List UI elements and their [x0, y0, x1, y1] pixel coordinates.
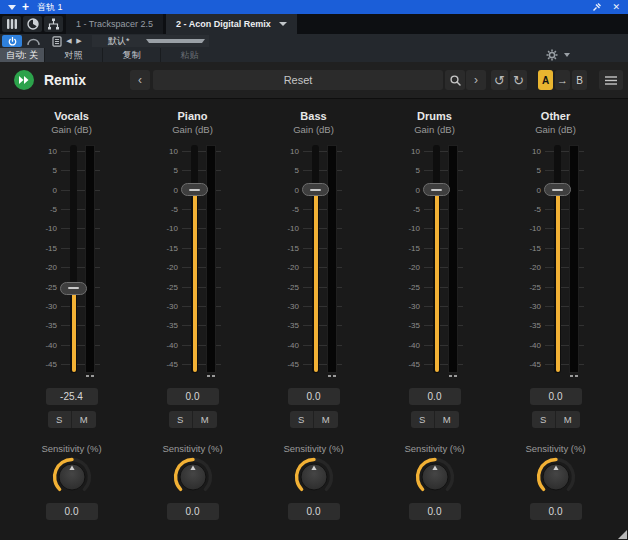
bypass-curve-icon[interactable] — [24, 35, 42, 47]
window-titlebar: + 音轨 1 ✕ — [0, 0, 628, 14]
knob-icon — [412, 457, 458, 499]
sensitivity-knob[interactable] — [253, 457, 374, 499]
pie-meter-icon[interactable] — [23, 16, 42, 32]
tab-trackspacer-label: 1 - Trackspacer 2.5 — [76, 19, 153, 29]
mute-button[interactable]: M — [314, 411, 338, 428]
sensitivity-label: Sensitivity (%) — [253, 443, 374, 455]
settings-button[interactable] — [546, 49, 570, 61]
preset-caret-icon — [146, 39, 206, 43]
copy-a-to-b-button[interactable]: → — [555, 70, 570, 90]
preset-selector[interactable]: 默认* — [92, 35, 209, 47]
preset-back-button[interactable]: ‹ — [130, 70, 150, 90]
gain-value-box[interactable]: 0.0 — [409, 388, 461, 405]
preset-forward-button[interactable]: › — [466, 70, 486, 90]
solo-button[interactable]: S — [48, 411, 73, 428]
sensitivity-value-box[interactable]: 0.0 — [409, 503, 461, 520]
menu-button[interactable] — [599, 70, 623, 90]
channel-name: Drums — [374, 110, 495, 124]
copy-button[interactable]: 复制 — [102, 48, 160, 62]
fader-handle[interactable] — [181, 183, 208, 196]
preset-search-button[interactable] — [445, 70, 465, 90]
gain-label: Gain (dB) — [11, 124, 132, 136]
fader-handle[interactable] — [302, 183, 329, 196]
sensitivity-knob[interactable] — [495, 457, 616, 499]
solo-mute-group: S M — [290, 411, 338, 428]
sensitivity-value-box[interactable]: 0.0 — [46, 503, 98, 520]
plugin-power-button[interactable] — [2, 35, 22, 47]
tab-acon-remix[interactable]: 2 - Acon Digital Remix — [166, 14, 297, 34]
mute-button[interactable]: M — [72, 411, 96, 428]
remix-header: Remix ‹ Reset › ↺ ↻ A → B — [0, 62, 628, 99]
close-button[interactable]: ✕ — [612, 2, 620, 12]
fader-handle[interactable] — [544, 183, 571, 196]
fader: -45-40-35-30-25-20-15-10-50510 — [132, 141, 253, 379]
sensitivity-knob[interactable] — [11, 457, 132, 499]
meter-peak-marks — [328, 375, 336, 377]
sensitivity-value-box[interactable]: 0.0 — [167, 503, 219, 520]
channel-strip: Piano Gain (dB) -45-40-35-30-25-20-15-10… — [132, 99, 253, 520]
ab-compare-a-button[interactable]: A — [538, 70, 553, 90]
fader-fill — [556, 190, 560, 372]
paste-button[interactable]: 粘贴 — [160, 48, 218, 62]
gain-label: Gain (dB) — [132, 124, 253, 136]
gear-icon — [546, 49, 558, 61]
hamburger-icon — [605, 76, 617, 85]
knob-icon — [291, 457, 337, 499]
routing-icon[interactable] — [44, 16, 63, 32]
channel-strip: Other Gain (dB) -45-40-35-30-25-20-15-10… — [495, 99, 616, 520]
level-meter — [448, 145, 458, 373]
fader: -45-40-35-30-25-20-15-10-50510 — [253, 141, 374, 379]
meter-peak-marks — [449, 375, 457, 377]
level-meter — [327, 145, 337, 373]
fader-handle[interactable] — [60, 282, 87, 295]
knob-icon — [49, 457, 95, 499]
channel-name: Other — [495, 110, 616, 124]
fader-handle[interactable] — [423, 183, 450, 196]
mute-button[interactable]: M — [556, 411, 580, 428]
solo-button[interactable]: S — [169, 411, 194, 428]
preset-name-bar[interactable]: Reset — [153, 70, 443, 90]
meter-peak-marks — [570, 375, 578, 377]
redo-button[interactable]: ↻ — [510, 70, 527, 90]
mute-button[interactable]: M — [193, 411, 217, 428]
prev-preset-button[interactable]: ◀ — [64, 37, 74, 45]
level-meter — [569, 145, 579, 373]
pin-icon[interactable] — [592, 2, 602, 12]
sensitivity-value-box[interactable]: 0.0 — [288, 503, 340, 520]
tab-acon-remix-label: 2 - Acon Digital Remix — [176, 19, 271, 29]
channel-name: Bass — [253, 110, 374, 124]
plugin-window: + 音轨 1 ✕ 1 - Trac — [0, 0, 628, 540]
undo-button[interactable]: ↺ — [491, 70, 508, 90]
level-meter — [85, 145, 95, 373]
next-preset-button[interactable]: ▶ — [74, 37, 84, 45]
ab-compare-b-button[interactable]: B — [572, 70, 587, 90]
fader-fill — [435, 190, 439, 372]
window-menu-caret-icon[interactable] — [8, 5, 16, 10]
gain-value-box[interactable]: -25.4 — [46, 388, 98, 405]
compare-button[interactable]: 对照 — [44, 48, 102, 62]
fader: -45-40-35-30-25-20-15-10-50510 — [11, 141, 132, 379]
sensitivity-value-box[interactable]: 0.0 — [530, 503, 582, 520]
gain-value-box[interactable]: 0.0 — [288, 388, 340, 405]
solo-button[interactable]: S — [411, 411, 436, 428]
tab-dropdown-caret-icon[interactable] — [279, 22, 287, 26]
solo-mute-group: S M — [411, 411, 459, 428]
settings-caret-icon — [564, 53, 570, 57]
channel-name: Vocals — [11, 110, 132, 124]
mixer-view-icon[interactable] — [2, 16, 21, 32]
resize-grip[interactable] — [618, 530, 627, 539]
gain-value-box[interactable]: 0.0 — [530, 388, 582, 405]
preset-file-icon[interactable] — [50, 35, 64, 47]
gain-value-box[interactable]: 0.0 — [167, 388, 219, 405]
automation-mode-button[interactable]: 自动: 关 — [0, 48, 44, 62]
mute-button[interactable]: M — [435, 411, 459, 428]
knob-icon — [533, 457, 579, 499]
solo-mute-group: S M — [169, 411, 217, 428]
add-tab-button[interactable]: + — [22, 2, 29, 12]
solo-button[interactable]: S — [290, 411, 315, 428]
channel-strip: Drums Gain (dB) -45-40-35-30-25-20-15-10… — [374, 99, 495, 520]
sensitivity-knob[interactable] — [374, 457, 495, 499]
sensitivity-knob[interactable] — [132, 457, 253, 499]
solo-button[interactable]: S — [532, 411, 557, 428]
tab-trackspacer[interactable]: 1 - Trackspacer 2.5 — [66, 14, 163, 34]
